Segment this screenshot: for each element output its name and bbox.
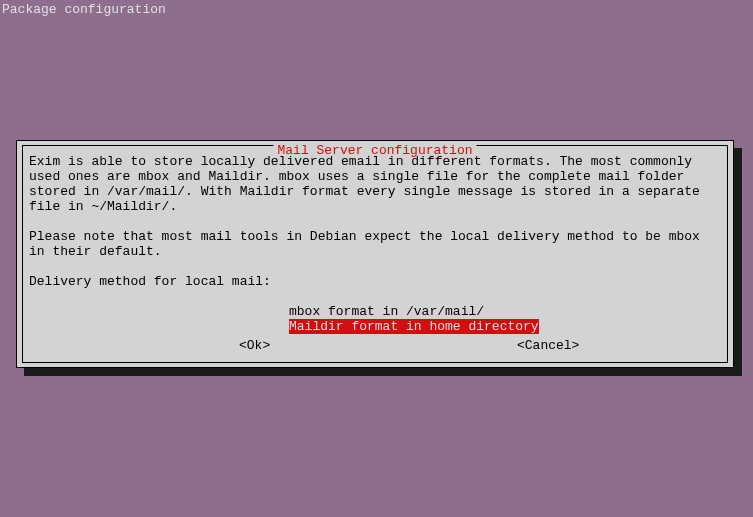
dialog-paragraph-1: Exim is able to store locally delivered … [29, 154, 721, 214]
dialog-inner-border: Mail Server configuration Exim is able t… [22, 145, 728, 363]
ok-button[interactable]: <Ok> [239, 338, 270, 353]
dialog-paragraph-2: Please note that most mail tools in Debi… [29, 229, 721, 259]
cancel-button[interactable]: <Cancel> [517, 338, 579, 353]
options-list: mbox format in /var/mail/ Maildir format… [289, 304, 721, 334]
page-title: Package configuration [2, 2, 166, 17]
dialog-content: Exim is able to store locally delivered … [29, 154, 721, 334]
option-mbox[interactable]: mbox format in /var/mail/ [289, 304, 484, 319]
option-maildir[interactable]: Maildir format in home directory [289, 319, 539, 334]
dialog-prompt: Delivery method for local mail: [29, 274, 721, 289]
dialog-box: Mail Server configuration Exim is able t… [16, 140, 734, 368]
